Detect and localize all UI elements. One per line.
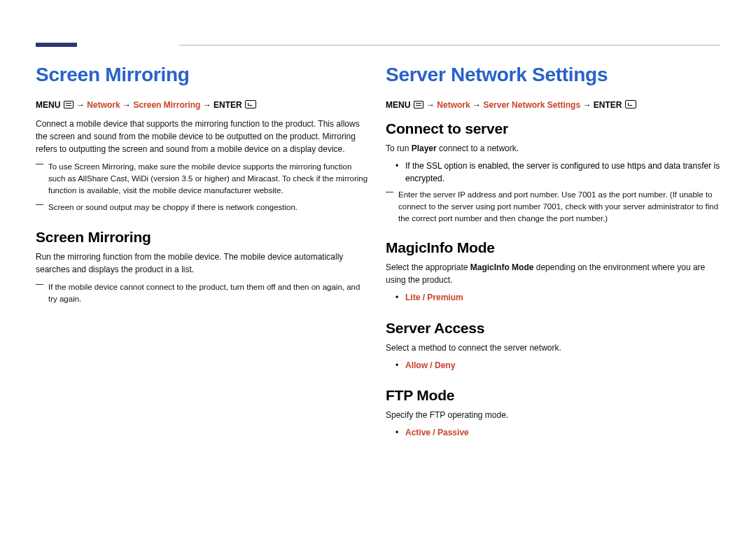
- nav-item-network: Network: [437, 100, 470, 110]
- section-title-screen-mirroring: Screen Mirroring: [36, 64, 370, 86]
- section-title-server-network: Server Network Settings: [386, 64, 720, 86]
- heading-ftp: FTP Mode: [386, 387, 720, 403]
- header-rule: [179, 45, 720, 45]
- heading-server-access: Server Access: [386, 320, 720, 336]
- option-lite-premium: Lite / Premium: [386, 292, 720, 304]
- header-marker: [36, 43, 77, 47]
- right-column: Server Network Settings MENU → Network →…: [386, 64, 720, 444]
- heading-connect: Connect to server: [386, 120, 720, 136]
- sub-paragraph: Run the mirroring function from the mobi…: [36, 251, 370, 276]
- nav-enter-label: ENTER: [594, 100, 622, 110]
- option-allow-deny: Allow / Deny: [386, 360, 720, 372]
- nav-menu-label: MENU: [36, 100, 60, 110]
- option-active-passive: Active / Passive: [386, 427, 720, 439]
- nav-enter-label: ENTER: [214, 100, 242, 110]
- note-server-ip: Enter the server IP address and port num…: [386, 189, 720, 224]
- enter-icon: [245, 100, 256, 108]
- bullet-ssl: If the SSL option is enabled, the server…: [386, 160, 720, 185]
- menu-icon: [64, 101, 74, 108]
- breadcrumb-right: MENU → Network → Server Network Settings…: [386, 100, 720, 111]
- intro-paragraph: Connect a mobile device that supports th…: [36, 118, 370, 155]
- nav-item-screen-mirroring: Screen Mirroring: [133, 100, 200, 110]
- menu-icon: [414, 101, 424, 108]
- magicinfo-desc: Select the appropriate MagicInfo Mode de…: [386, 261, 720, 286]
- breadcrumb-left: MENU → Network → Screen Mirroring → ENTE…: [36, 100, 370, 111]
- note-mirroring-compat: To use Screen Mirroring, make sure the m…: [36, 161, 370, 196]
- note-congestion: Screen or sound output may be choppy if …: [36, 202, 370, 213]
- server-access-desc: Select a method to connect the server ne…: [386, 342, 720, 354]
- note-reconnect: If the mobile device cannot connect to t…: [36, 281, 370, 304]
- left-column: Screen Mirroring MENU → Network → Screen…: [36, 64, 370, 311]
- subheading-screen-mirroring: Screen Mirroring: [36, 229, 370, 245]
- ftp-desc: Specify the FTP operating mode.: [386, 409, 720, 421]
- connect-run-player: To run Player connect to a network.: [386, 142, 720, 155]
- nav-item-server-settings: Server Network Settings: [483, 100, 580, 110]
- heading-magicinfo: MagicInfo Mode: [386, 239, 720, 255]
- enter-icon: [625, 100, 636, 108]
- nav-menu-label: MENU: [386, 100, 410, 110]
- nav-item-network: Network: [87, 100, 120, 110]
